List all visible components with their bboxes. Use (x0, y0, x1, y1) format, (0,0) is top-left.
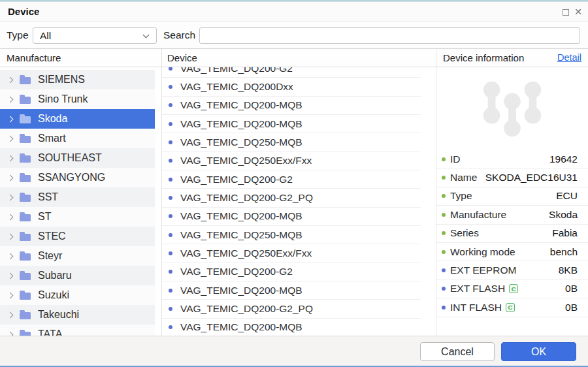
detail-link[interactable]: Detail (557, 49, 581, 67)
manufacturer-row[interactable]: Smart (0, 129, 155, 148)
info-field-value: 19642 (549, 153, 578, 165)
folder-icon (20, 97, 31, 104)
folder-icon (20, 253, 31, 261)
manufacturer-row[interactable]: Subaru (0, 266, 155, 285)
copy-icon[interactable]: C (506, 303, 515, 312)
cancel-button[interactable]: Cancel (420, 342, 495, 361)
dialog-title: Device (8, 2, 39, 22)
bullet-icon (169, 122, 172, 126)
device-row[interactable]: VAG_TEMIC_DQ200-MQB (162, 319, 421, 336)
bullet-icon (442, 157, 446, 161)
device-row[interactable]: VAG_TEMIC_DQ200-G2 (162, 263, 421, 281)
manufacturer-label: Suzuki (38, 289, 69, 301)
manufacturer-row[interactable]: Steyr (0, 246, 155, 266)
info-field-label: Name (450, 172, 477, 184)
manufacturer-row[interactable]: SSANGYONG (0, 168, 155, 187)
manufacturer-row[interactable]: ST (0, 207, 155, 227)
bullet-icon (169, 159, 172, 163)
toolbar: Type All Search (0, 22, 588, 49)
bullet-icon (169, 307, 172, 311)
close-icon[interactable]: ✕ (573, 2, 583, 22)
manufacturer-row[interactable]: Sino Trunk (0, 89, 155, 109)
manufacturer-label: Sino Trunk (38, 93, 88, 105)
chevron-right-icon (7, 194, 14, 200)
info-field-label: Manufacture (450, 209, 506, 221)
info-field-value: Skoda (549, 209, 578, 221)
device-row[interactable]: VAG_TEMIC_DQ200Dxx (162, 78, 421, 96)
info-field-value: bench (550, 246, 578, 258)
folder-icon (20, 116, 31, 123)
bullet-icon (442, 287, 446, 291)
search-label: Search (163, 22, 195, 48)
device-row[interactable]: VAG_TEMIC_DQ250Exx/Fxx (162, 244, 421, 263)
bullet-icon (169, 270, 172, 274)
chevron-right-icon (7, 292, 14, 298)
device-row[interactable]: VAG_TEMIC_DQ200-MQB (162, 208, 421, 226)
manufacturer-row[interactable]: TATA (0, 325, 155, 336)
device-row[interactable]: VAG_TEMIC_DQ250-MQB (162, 226, 421, 244)
manufacturer-row[interactable]: Skoda (0, 109, 155, 129)
search-input[interactable] (199, 27, 580, 44)
device-row[interactable]: VAG_TEMIC_DQ200-G2_PQ (162, 189, 421, 207)
device-row[interactable]: VAG_TEMIC_DQ200-MQB (162, 97, 421, 115)
device-row[interactable]: VAG_TEMIC_DQ250-MQB (162, 133, 421, 152)
copy-icon[interactable]: C (509, 284, 518, 293)
folder-icon (20, 273, 31, 280)
device-dialog: Device ✕ Type All Search Manufacture SIE… (0, 0, 588, 367)
info-field-value: 0B (565, 302, 578, 313)
manufacture-list[interactable]: SIEMENSSino TrunkSkodaSmartSOUTHEASTSSAN… (0, 67, 161, 336)
molecule-logo-icon (476, 78, 549, 140)
device-row[interactable]: VAG_TEMIC_DQ200-MQB (162, 115, 421, 133)
info-field-value: SKODA_EDC16U31 (485, 172, 578, 184)
device-label: VAG_TEMIC_DQ200-G2 (180, 174, 293, 185)
bullet-icon (169, 140, 172, 144)
info-row: INT FLASHC0B (436, 298, 588, 317)
chevron-right-icon (7, 116, 14, 122)
device-row[interactable]: VAG_TEMIC_DQ250Exx/Fxx (162, 152, 421, 170)
info-field-label: Working mode (450, 246, 515, 258)
bullet-icon (442, 306, 446, 310)
manufacturer-row[interactable]: STEC (0, 227, 155, 246)
device-row[interactable]: VAG_TEMIC_DQ200-G2 (162, 170, 421, 189)
folder-icon (20, 155, 31, 163)
info-field-value: 0B (565, 283, 578, 295)
info-field-label: Series (450, 227, 479, 239)
manufacturer-row[interactable]: SOUTHEAST (0, 148, 155, 168)
manufacturer-row[interactable]: SST (0, 187, 155, 207)
info-field-label: Type (450, 190, 472, 202)
folder-icon (20, 77, 31, 84)
info-row: Working modebench (436, 243, 588, 261)
manufacturer-label: Skoda (38, 113, 67, 125)
device-info-fields: ID19642NameSKODA_EDC16U31TypeECUManufact… (436, 150, 588, 317)
bullet-icon (169, 214, 172, 218)
device-label: VAG_TEMIC_DQ200-MQB (180, 99, 302, 111)
device-row[interactable]: VAG_TEMIC_DQ200-MQB (162, 281, 421, 300)
title-bar: Device ✕ (0, 2, 588, 22)
device-label: VAG_TEMIC_DQ200-MQB (180, 285, 302, 296)
folder-icon (20, 293, 31, 300)
manufacturer-row[interactable]: Suzuki (0, 285, 155, 305)
manufacturer-label: ST (38, 211, 51, 223)
type-label: Type (7, 22, 29, 48)
manufacturer-label: Steyr (38, 250, 62, 262)
device-row[interactable]: VAG_TEMIC_DQ200-G2_PQ (162, 300, 421, 318)
manufacturer-row[interactable]: Takeuchi (0, 305, 155, 325)
info-field-label: INT FLASH (450, 302, 502, 313)
chevron-down-icon (143, 32, 150, 39)
manufacturer-row[interactable]: SIEMENS (0, 70, 155, 89)
info-field-value: Fabia (552, 227, 578, 239)
manufacture-column-header: Manufacture (0, 49, 161, 67)
device-row[interactable]: VAG_TEMIC_DQ200-G2 (162, 67, 421, 78)
manufacturer-label: SIEMENS (38, 74, 85, 86)
folder-icon (20, 195, 31, 202)
bullet-icon (169, 178, 172, 182)
bullet-icon (442, 231, 446, 235)
info-row: ManufactureSkoda (436, 206, 588, 224)
type-select[interactable]: All (33, 27, 157, 44)
chevron-right-icon (7, 155, 14, 161)
ok-button[interactable]: OK (501, 342, 576, 361)
device-list[interactable]: VAG_TEMIC_DQ200-G2VAG_TEMIC_DQ200DxxVAG_… (162, 67, 436, 336)
maximize-icon[interactable] (563, 9, 569, 16)
device-info-header: Device information Detail (436, 49, 588, 67)
chevron-right-icon (7, 272, 14, 279)
